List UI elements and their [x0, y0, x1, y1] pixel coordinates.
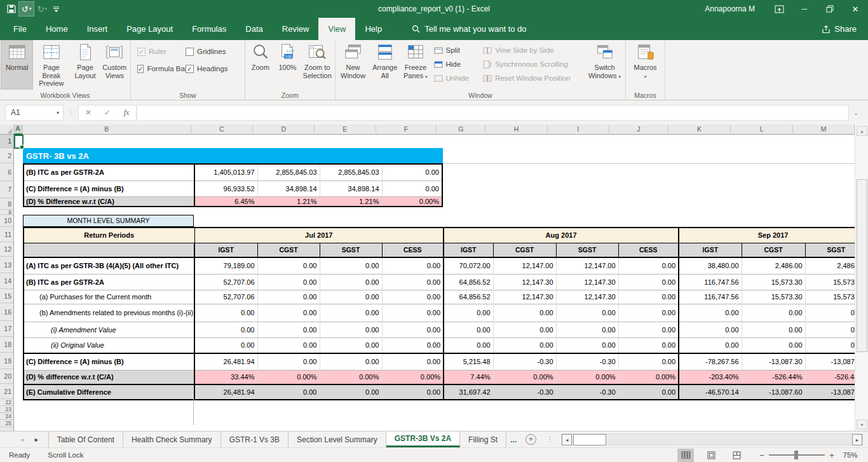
normal-view-toggle[interactable]	[677, 449, 694, 462]
cell[interactable]: 0.00	[444, 337, 493, 353]
view-side-by-side-button[interactable]: View Side by Side	[480, 44, 581, 56]
month-header[interactable]: Aug 2017	[444, 228, 679, 243]
ribbon-tab-file[interactable]: File	[4, 18, 36, 40]
cell[interactable]: 0.00	[320, 384, 382, 400]
cell[interactable]: 0.00	[194, 337, 257, 353]
zoom-level[interactable]: 75%	[839, 451, 868, 459]
normal-view-button[interactable]: Normal	[1, 41, 32, 89]
cell[interactable]: 0.00	[493, 322, 556, 337]
close-button[interactable]: ✕	[843, 0, 868, 18]
row-header-25[interactable]: 25	[0, 420, 13, 427]
cell[interactable]: 31,697.42	[444, 384, 493, 400]
row-header-22[interactable]: 22	[0, 399, 13, 406]
cell[interactable]: 64,856.52	[444, 290, 493, 304]
switch-windows-button[interactable]: Switch Windows ▾	[585, 41, 624, 89]
row-label[interactable]: (i) Amendment Value	[24, 322, 194, 337]
cell[interactable]: 0.00	[679, 304, 742, 322]
cell[interactable]: 0.00	[320, 304, 382, 322]
cell[interactable]: 0.00	[444, 304, 493, 322]
cell[interactable]: 0.00	[257, 384, 320, 400]
cell[interactable]: 0.00	[320, 257, 382, 274]
cell[interactable]: 0.00	[556, 337, 618, 353]
cell[interactable]: 12,147.00	[493, 257, 556, 274]
cell[interactable]: 0.00%	[618, 370, 679, 384]
cell[interactable]: 15,573.30	[742, 290, 805, 304]
customize-qat-button[interactable]	[50, 2, 62, 16]
row-header-8[interactable]: 8	[0, 198, 13, 210]
sheet-tab-section-level-summary[interactable]: Section Level Summary	[288, 431, 386, 447]
cell[interactable]: 52,707.06	[194, 274, 257, 290]
cell[interactable]: 1.21%	[257, 196, 320, 207]
row-header-12[interactable]: 12	[0, 242, 13, 257]
select-all-corner[interactable]	[0, 125, 14, 135]
checkbox-ruler[interactable]: Ruler	[132, 46, 180, 57]
cell[interactable]: 0.00	[556, 304, 618, 322]
custom-views-button[interactable]: Custom Views	[100, 41, 129, 89]
cell[interactable]: 0.00	[618, 384, 679, 400]
row-header-23[interactable]: 23	[0, 406, 13, 413]
row-header-19[interactable]: 19	[0, 353, 13, 369]
cell[interactable]: 0.00%	[382, 370, 444, 384]
ribbon-tab-view[interactable]: View	[318, 18, 355, 40]
cell[interactable]: 2,855,845.03	[320, 164, 382, 180]
cell[interactable]: 0.00	[382, 384, 444, 400]
tax-head-igst[interactable]: IGST	[444, 243, 493, 257]
cell[interactable]: 12,147.30	[556, 290, 618, 304]
page-break-preview-button[interactable]: Page Break Preview	[32, 41, 70, 89]
horizontal-scroll-thumb[interactable]	[573, 434, 606, 445]
name-box[interactable]: A1 ▾	[5, 105, 64, 121]
cell[interactable]: 15,573.30	[742, 274, 805, 290]
row-label[interactable]: (D) % difference w.r.t (C/A)	[24, 370, 194, 384]
cell[interactable]: -526.44%	[742, 370, 805, 384]
cell[interactable]: -0.30	[556, 353, 618, 370]
row-label[interactable]: (E) Cumulative Difference	[24, 384, 194, 400]
cell[interactable]: 34,898.14	[320, 180, 382, 196]
cell[interactable]: 0.00	[194, 322, 257, 337]
column-header-C[interactable]: C	[191, 125, 254, 135]
cell[interactable]: 52,707.06	[194, 290, 257, 304]
ribbon-tab-insert[interactable]: Insert	[78, 18, 118, 40]
cell[interactable]: 2,855,845.03	[257, 164, 320, 180]
cell[interactable]: -0.30	[556, 384, 618, 400]
cell[interactable]: 0.00	[382, 180, 442, 196]
page-layout-view-toggle[interactable]	[703, 449, 719, 462]
cell[interactable]: 0.00	[618, 322, 679, 337]
vertical-scroll-thumb[interactable]	[857, 179, 867, 352]
ribbon-tab-data[interactable]: Data	[236, 18, 272, 40]
restore-button[interactable]	[817, 0, 843, 18]
cell[interactable]: 0.00	[382, 290, 444, 304]
scroll-left-icon[interactable]: ◄	[562, 434, 572, 445]
cell[interactable]: 0.00	[320, 353, 382, 370]
row-label[interactable]: (B) ITC as per GSTR-2A	[24, 274, 194, 290]
cell[interactable]: -46,570.14	[679, 384, 742, 400]
cell[interactable]: 0.00	[382, 274, 444, 290]
cell[interactable]: 0.00	[320, 290, 382, 304]
split-button[interactable]: Split	[431, 44, 476, 56]
cell[interactable]: 0.00	[679, 322, 742, 337]
insert-function-button[interactable]: fx	[117, 108, 136, 118]
cell[interactable]: 26,481.94	[194, 384, 257, 400]
row-label[interactable]: (ii) Original Value	[24, 337, 194, 353]
return-periods-header[interactable]: Return Periods	[24, 228, 194, 243]
tell-me-box[interactable]: Tell me what you want to do	[405, 18, 532, 40]
tax-head-cgst[interactable]: CGST	[742, 243, 805, 257]
column-header-I[interactable]: I	[548, 125, 609, 135]
ribbon-tab-page-layout[interactable]: Page Layout	[117, 18, 182, 40]
column-header-B[interactable]: B	[23, 125, 191, 135]
tax-head-igst[interactable]: IGST	[194, 243, 257, 257]
zoom-to-selection-button[interactable]: Zoom to Selection	[301, 41, 334, 89]
cell[interactable]: 0.00	[382, 353, 444, 370]
cell[interactable]: 64,856.52	[444, 274, 493, 290]
tax-head-sgst[interactable]: SGST	[556, 243, 618, 257]
share-button[interactable]: Share	[810, 18, 868, 40]
scroll-down-icon[interactable]: ▼	[857, 419, 867, 430]
cell[interactable]: 116,747.56	[679, 274, 742, 290]
row-header-20[interactable]: 20	[0, 369, 13, 384]
minimize-button[interactable]: ─	[792, 0, 817, 18]
hide-button[interactable]: Hide	[431, 58, 476, 70]
cell[interactable]: 0.00	[493, 337, 556, 353]
page-layout-button[interactable]: Page Layout	[70, 41, 100, 89]
zoom-slider-thumb[interactable]	[794, 451, 798, 459]
cell[interactable]: 0.00	[194, 304, 257, 322]
sheet-tab-gstr-3b-vs-2a[interactable]: GSTR-3B Vs 2A	[386, 431, 460, 447]
